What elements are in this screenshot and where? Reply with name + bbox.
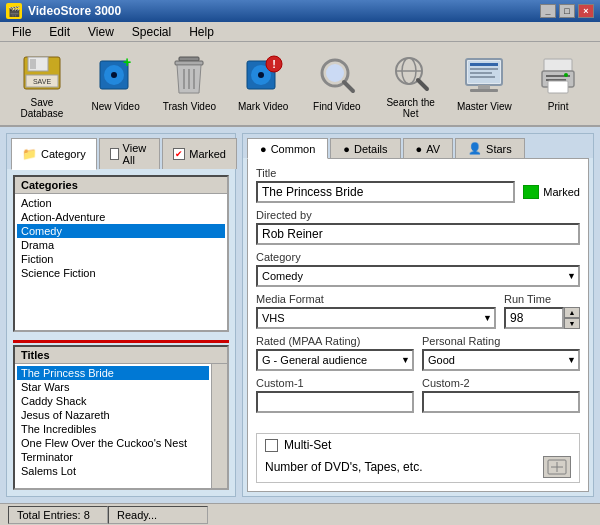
tab-view-all[interactable]: View All: [99, 138, 161, 169]
view-all-checkbox[interactable]: [110, 148, 119, 160]
custom2-group: Custom-2: [422, 377, 580, 413]
directed-by-label: Directed by: [256, 209, 580, 221]
titles-box: Titles The Princess Bride Star Wars Cadd…: [13, 345, 229, 490]
search-net-button[interactable]: Search the Net: [377, 46, 445, 121]
category-label: Category: [256, 251, 580, 263]
custom2-label: Custom-2: [422, 377, 580, 389]
red-divider: [13, 340, 229, 343]
app-title: VideoStore 3000: [28, 4, 121, 18]
list-item[interactable]: Jesus of Nazareth: [17, 408, 209, 422]
list-item[interactable]: Star Wars: [17, 380, 209, 394]
title-row: Marked: [256, 181, 580, 203]
titles-list: The Princess Bride Star Wars Caddy Shack…: [15, 364, 211, 488]
close-button[interactable]: ×: [578, 4, 594, 18]
list-item[interactable]: Action: [17, 196, 225, 210]
svg-text:!: !: [272, 58, 276, 70]
list-item[interactable]: Science Fiction: [17, 266, 225, 280]
multiset-checkbox[interactable]: [265, 439, 278, 452]
menu-bar: File Edit View Special Help: [0, 22, 600, 42]
title-label: Title: [256, 167, 580, 179]
menu-view[interactable]: View: [80, 23, 122, 41]
svg-point-39: [564, 73, 568, 77]
list-item[interactable]: The Princess Bride: [17, 366, 209, 380]
tab-common[interactable]: ● Common: [247, 138, 328, 159]
trash-video-button[interactable]: Trash Video: [156, 46, 224, 121]
rated-label: Rated (MPAA Rating): [256, 335, 414, 347]
list-item[interactable]: One Flew Over the Cuckoo's Nest: [17, 436, 209, 450]
title-input[interactable]: [256, 181, 515, 203]
find-video-button[interactable]: Find Video: [303, 46, 371, 121]
stars-tab-icon: 👤: [468, 142, 482, 155]
list-item[interactable]: Fiction: [17, 252, 225, 266]
svg-point-20: [326, 64, 344, 82]
menu-help[interactable]: Help: [181, 23, 222, 41]
mark-video-label: Mark Video: [238, 101, 288, 112]
custom2-input[interactable]: [422, 391, 580, 413]
maximize-button[interactable]: □: [559, 4, 575, 18]
categories-list: Action Action-Adventure Comedy Drama Fic…: [15, 194, 227, 330]
media-format-select-wrapper: VHS DVD Blu-Ray Digital: [256, 307, 496, 329]
run-time-input[interactable]: [504, 307, 564, 329]
titles-scrollbar[interactable]: [211, 364, 227, 488]
search-net-icon: [387, 51, 435, 95]
marked-label: Marked: [543, 186, 580, 198]
directed-by-group: Directed by: [256, 209, 580, 245]
mark-video-icon: !: [239, 51, 287, 99]
right-panel: ● Common ● Details ● AV 👤 Stars Title: [242, 133, 594, 497]
list-item[interactable]: Terminator: [17, 450, 209, 464]
tab-stars[interactable]: 👤 Stars: [455, 138, 525, 158]
list-item[interactable]: Action-Adventure: [17, 210, 225, 224]
categories-box: Categories Action Action-Adventure Comed…: [13, 175, 229, 332]
master-view-button[interactable]: Master View: [451, 46, 519, 121]
tab-details[interactable]: ● Details: [330, 138, 400, 158]
personal-rating-select[interactable]: Good Poor Fair Very Good Excellent: [422, 349, 580, 371]
title-group: Title Marked: [256, 167, 580, 203]
menu-special[interactable]: Special: [124, 23, 179, 41]
marked-checkbox[interactable]: ✔: [173, 148, 185, 160]
print-icon: [534, 51, 582, 99]
category-select[interactable]: Comedy Action Action-Adventure Drama Fic…: [256, 265, 580, 287]
tab-category[interactable]: 📁 Category: [11, 138, 97, 170]
dvd-count-button[interactable]: [543, 456, 571, 478]
list-item[interactable]: Comedy: [17, 224, 225, 238]
svg-line-25: [418, 80, 427, 89]
list-item[interactable]: Drama: [17, 238, 225, 252]
minimize-button[interactable]: _: [540, 4, 556, 18]
tab-marked[interactable]: ✔ Marked: [162, 138, 237, 169]
print-button[interactable]: Print: [524, 46, 592, 121]
run-time-label: Run Time: [504, 293, 580, 305]
multiset-section: Multi-Set Number of DVD's, Tapes, etc.: [256, 433, 580, 483]
list-item[interactable]: Salems Lot: [17, 464, 209, 478]
media-format-select[interactable]: VHS DVD Blu-Ray Digital: [256, 307, 496, 329]
find-video-label: Find Video: [313, 101, 361, 112]
mark-video-button[interactable]: ! Mark Video: [229, 46, 297, 121]
svg-rect-9: [179, 57, 199, 61]
menu-edit[interactable]: Edit: [41, 23, 78, 41]
search-net-label: Search the Net: [380, 97, 442, 119]
personal-rating-label: Personal Rating: [422, 335, 580, 347]
run-time-group: Run Time ▲ ▼: [504, 293, 580, 329]
custom1-label: Custom-1: [256, 377, 414, 389]
dvd-count-label: Number of DVD's, Tapes, etc.: [265, 460, 422, 474]
run-time-down-button[interactable]: ▼: [564, 318, 580, 329]
svg-rect-33: [470, 89, 498, 92]
av-tab-icon: ●: [416, 143, 423, 155]
run-time-up-button[interactable]: ▲: [564, 307, 580, 318]
marked-indicator: [523, 185, 539, 199]
titles-header: Titles: [15, 347, 227, 364]
save-database-button[interactable]: SAVE Save Database: [8, 46, 76, 121]
tab-av[interactable]: ● AV: [403, 138, 454, 158]
list-item[interactable]: The Incredibles: [17, 422, 209, 436]
category-select-wrapper: Comedy Action Action-Adventure Drama Fic…: [256, 265, 580, 287]
list-item[interactable]: Caddy Shack: [17, 394, 209, 408]
personal-rating-select-wrapper: Good Poor Fair Very Good Excellent: [422, 349, 580, 371]
directed-by-input[interactable]: [256, 223, 580, 245]
category-group: Category Comedy Action Action-Adventure …: [256, 251, 580, 287]
left-tabs-row: 📁 Category View All ✔ Marked: [7, 134, 235, 169]
custom1-input[interactable]: [256, 391, 414, 413]
svg-point-7: [111, 72, 117, 78]
categories-header: Categories: [15, 177, 227, 194]
menu-file[interactable]: File: [4, 23, 39, 41]
rated-select[interactable]: G - General audience PG PG-13 R NC-17: [256, 349, 414, 371]
new-video-button[interactable]: + New Video: [82, 46, 150, 121]
